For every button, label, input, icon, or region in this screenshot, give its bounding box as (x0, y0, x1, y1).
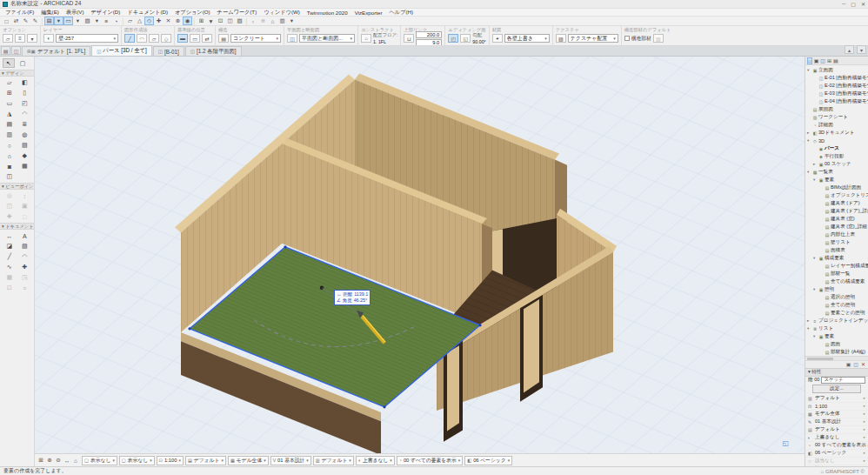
toolbar-icon[interactable]: ✚ (154, 17, 164, 25)
door-panel[interactable] (447, 345, 459, 431)
toolbar-icon[interactable]: ⇄ (11, 17, 21, 25)
toolbar-icon[interactable]: ▾ (92, 17, 102, 25)
viewpoint-tool[interactable]: ▣ (17, 201, 33, 211)
story-input[interactable]: スケッチ (821, 377, 865, 384)
structure-fill-icon[interactable]: ▤ (218, 34, 229, 43)
menu-item[interactable]: Twinmotion 2020 (304, 10, 351, 16)
tree-item[interactable]: ▾ ◇ 3D (805, 137, 868, 144)
tree-item[interactable]: ◫ E-03 [自動再構築モデル] (805, 90, 868, 97)
tree-item[interactable]: ◔ 詳細図 (805, 121, 868, 129)
design-tool[interactable]: ◙ (2, 161, 17, 171)
document-tool[interactable]: ╱ (2, 251, 17, 262)
quick-option-row[interactable]: ⊡ 1:100 ▸ (805, 403, 868, 411)
navigator-header-icon[interactable]: ▤ (833, 57, 838, 64)
tab-pin-icon[interactable]: ◫ (11, 46, 21, 55)
design-tool[interactable]: ◫ (2, 171, 17, 182)
view-tab[interactable]: ◫ パース [3D / 全て] (91, 45, 152, 56)
tree-item[interactable]: ▤ 建具表 (ドア) (805, 199, 868, 207)
design-tool[interactable]: ▤ (2, 119, 17, 130)
tree-expand-icon[interactable]: ▸ (807, 318, 811, 323)
document-tool[interactable]: ◠ (17, 251, 33, 262)
viewpoint-tool[interactable]: □ (17, 211, 33, 222)
toolbar-icon[interactable]: ▼ (206, 17, 216, 25)
tree-item[interactable]: ▤ オブジェクトリスト (805, 191, 868, 199)
menu-item[interactable]: オプション(O) (171, 9, 214, 17)
tree-item[interactable]: ▸ ≡ プロジェクトインデックス (805, 317, 868, 324)
viewport-nav-icon[interactable]: ⌂ (71, 456, 80, 465)
tree-item[interactable]: ▤ 全ての照明 (805, 301, 868, 309)
plan-display-icon[interactable]: ◫ (287, 34, 297, 43)
view-tab[interactable]: ◫ [1.2 各階平面図] (185, 46, 242, 56)
quick-option-dropdown[interactable]: ◧ 06 ベーシック ▾ (464, 456, 512, 465)
tree-expand-icon[interactable]: ▸ (807, 130, 811, 135)
structural-member-checkbox[interactable]: 構造部材 (624, 35, 651, 43)
tree-item[interactable]: ▸ ▣ 00 スケッチ (805, 160, 868, 168)
door-panel[interactable] (524, 299, 539, 392)
toolbar-icon[interactable]: ⊡ (216, 17, 225, 25)
design-tool[interactable]: ≣ (17, 119, 33, 130)
document-tool[interactable]: ◪ (2, 241, 17, 251)
navigator-header-icon[interactable]: ◫ (820, 57, 825, 64)
toolbar-icon[interactable]: ▾ (54, 17, 63, 25)
quick-option-row[interactable]: ◧ 06 ベーシック ▸ (805, 450, 868, 458)
angle-value[interactable]: 46.25° (354, 298, 368, 304)
toolbar-icon[interactable]: ✕ (164, 17, 173, 25)
toolbar-icon[interactable]: ▾ (73, 17, 83, 25)
quick-option-row[interactable]: ▥ デフォルト ▸ (805, 395, 868, 403)
tree-item[interactable]: ▤ 全ての構成要素 (805, 278, 868, 285)
toolbar-icon[interactable]: ✎ (30, 17, 40, 25)
design-tool[interactable]: ○ (2, 140, 17, 151)
tree-expand-icon[interactable]: ▸ (813, 162, 818, 166)
document-tool[interactable]: ⊡ (2, 283, 17, 293)
toolbar-icon[interactable]: ◉ (183, 17, 192, 25)
tree-item[interactable]: ▤ 部材集計 (A4縦) (805, 348, 868, 356)
toolbox-section-document[interactable]: ▾ ドキュメント (0, 223, 34, 230)
wall-height-icon[interactable]: ⊔ (404, 34, 414, 43)
tab-scroll-down-icon[interactable]: ▾ (857, 45, 866, 54)
toolbar-icon[interactable]: □ (2, 17, 11, 25)
quick-option-dropdown[interactable]: ⊡ 1:100 ▾ (157, 456, 184, 465)
geometry-curved-icon[interactable]: ◠ (137, 34, 147, 43)
design-tool[interactable]: ▥ (2, 130, 17, 140)
tree-item[interactable]: ▾ ▣ 要素 (805, 176, 868, 184)
viewport-nav-icon[interactable]: ⊖ (54, 456, 63, 465)
design-tool[interactable]: ◧ (17, 77, 33, 88)
toolbar-icon[interactable]: △ (135, 17, 144, 25)
quick-option-dropdown[interactable]: ▢ 表示なし ▾ (82, 456, 117, 465)
quick-option-row[interactable]: ◔ 00 すべての要素を表示 ▸ (805, 442, 868, 450)
quick-option-dropdown[interactable]: ▢ 表示なし ▾ (119, 456, 155, 465)
tree-expand-icon[interactable]: ▾ (813, 177, 818, 182)
marquee-tool[interactable]: ▢ (17, 58, 29, 68)
toolbox-section-design[interactable]: ▾ デザイン (0, 70, 34, 77)
design-tool[interactable]: ◆ (17, 151, 33, 161)
viewport-nav-icon[interactable]: ↔ (63, 456, 71, 465)
viewpoint-tool[interactable]: ↕ (17, 191, 33, 201)
toolbar-icon[interactable]: ✎ (21, 17, 30, 25)
menu-item[interactable]: ヘルプ(H) (386, 9, 417, 17)
view-tab[interactable]: ◫ [B-01] (153, 46, 184, 56)
tree-item[interactable]: ◫ E-02 [自動再構築モデル] (805, 82, 868, 90)
design-tool[interactable]: ⊞ (2, 88, 17, 98)
toolbar-icon[interactable]: ◇ (144, 17, 154, 25)
navigator-action-icon[interactable]: ✕ (861, 361, 865, 367)
tree-expand-icon[interactable]: ▾ (813, 256, 818, 260)
tree-item[interactable]: ▾ ▣ 立面図 (805, 66, 868, 74)
minimize-button[interactable]: ─ (842, 1, 845, 7)
toolbar-icon[interactable]: ≣ (258, 17, 268, 25)
tree-item[interactable]: ▤ 展開図 (805, 105, 868, 113)
geometry-trapezoid-icon[interactable]: ▱ (149, 34, 159, 43)
quick-option-dropdown[interactable]: ▥ デフォルト ▾ (313, 456, 354, 465)
menu-item[interactable]: 編集(E) (37, 9, 63, 17)
tab-scroll-up-icon[interactable]: ▴ (845, 45, 854, 54)
tree-item[interactable]: ▾ ▣ 要素 (805, 332, 868, 340)
quick-option-dropdown[interactable]: ▤ デフォルト ▾ (185, 456, 226, 465)
tree-item[interactable]: ▥ ワークシート (805, 113, 868, 121)
toolbar-icon[interactable]: ◐ (249, 17, 258, 25)
arrow-tool[interactable]: ↖ (3, 58, 15, 68)
document-tool[interactable]: ∿ (2, 262, 17, 272)
tree-item[interactable]: ▤ 内部仕上表 (805, 231, 868, 238)
refline-center-icon[interactable]: ▭ (190, 34, 200, 43)
texture-icon[interactable]: ▨ (556, 34, 566, 43)
toolbox-section-viewpoint[interactable]: ▾ ビューポイント (0, 183, 34, 190)
plan-section-select[interactable]: 平面図と断面図...▾ (299, 34, 355, 43)
